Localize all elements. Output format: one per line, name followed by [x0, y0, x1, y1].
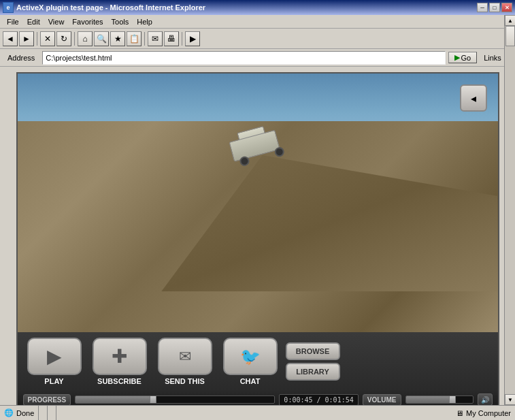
library-label: LIBRARY — [296, 368, 329, 376]
browse-button[interactable]: BROWSE — [286, 342, 340, 360]
subscribe-label: SUBSCRIBE — [97, 377, 142, 385]
menu-tools[interactable]: Tools — [107, 16, 133, 27]
refresh-button[interactable]: ↻ — [56, 31, 71, 46]
home-button[interactable]: ⌂ — [78, 31, 93, 46]
media-button[interactable]: ▶ — [185, 31, 200, 46]
video-area: ◂ — [18, 74, 498, 332]
ie-icon: e — [3, 2, 14, 13]
scroll-bar: ▲ ▼ — [504, 15, 515, 405]
subscribe-button[interactable]: ✚ SUBSCRIBE — [90, 338, 150, 385]
toolbar-sep-1 — [37, 32, 37, 46]
progress-fill — [76, 396, 153, 403]
progress-track[interactable] — [75, 395, 275, 404]
menu-favorites[interactable]: Favorites — [68, 16, 107, 27]
scroll-track[interactable] — [505, 26, 515, 394]
go-button[interactable]: ▶ Go — [448, 52, 478, 63]
play-button[interactable]: ▶ PLAY — [24, 338, 84, 385]
computer-icon: 🖥 — [456, 409, 463, 417]
maximize-button[interactable]: □ — [489, 3, 500, 12]
title-bar: e ActiveX plugin test page - Microsoft I… — [0, 0, 515, 15]
scroll-thumb[interactable] — [505, 26, 515, 46]
minimize-button[interactable]: ─ — [477, 3, 488, 12]
menu-edit[interactable]: Edit — [23, 16, 44, 27]
status-text: Done — [16, 409, 34, 417]
forward-button[interactable]: ► — [19, 31, 34, 46]
play-label: PLAY — [44, 377, 63, 385]
envelope-icon: ✉ — [179, 348, 191, 366]
search-button[interactable]: 🔍 — [94, 31, 109, 46]
progress-label: PROGRESS — [23, 394, 71, 406]
browse-label: BROWSE — [296, 347, 330, 355]
status-panel-2 — [39, 406, 48, 420]
send-this-label: SEND THIS — [165, 377, 205, 385]
snapshot-button[interactable]: ◂ — [460, 84, 487, 112]
links-label: Links — [480, 54, 505, 62]
scroll-down-button[interactable]: ▼ — [505, 394, 515, 405]
main-content: ◂ ▶ PLAY ✚ SUBSCRIBE — [0, 67, 515, 415]
side-buttons: BROWSE LIBRARY — [286, 342, 340, 381]
subscribe-icon-box: ✚ — [93, 338, 147, 375]
title-bar-left: e ActiveX plugin test page - Microsoft I… — [3, 2, 205, 13]
plus-icon: ✚ — [112, 347, 127, 366]
status-bar: 🌐 Done 🖥 My Computer — [0, 405, 515, 420]
play-triangle-icon: ▶ — [47, 345, 62, 368]
speaker-icon: 🔊 — [481, 396, 489, 404]
volume-label: VOLUME — [363, 394, 401, 406]
send-this-button[interactable]: ✉ SEND THIS — [155, 338, 215, 385]
close-button[interactable]: ✕ — [501, 3, 512, 12]
vehicle-body — [229, 130, 280, 162]
menu-file[interactable]: File — [3, 16, 23, 27]
window-title: ActiveX plugin test page - Microsoft Int… — [16, 3, 205, 12]
status-computer-panel: 🖥 My Computer — [452, 406, 515, 420]
speaker-button[interactable]: 🔊 — [478, 393, 493, 406]
video-player: ◂ ▶ PLAY ✚ SUBSCRIBE — [16, 72, 499, 410]
go-arrow-icon: ▶ — [454, 53, 460, 62]
toolbar-sep-4 — [182, 32, 182, 46]
toolbar-sep-3 — [144, 32, 145, 46]
volume-thumb[interactable] — [449, 395, 456, 404]
send-this-icon-box: ✉ — [158, 338, 212, 375]
address-label: Address — [3, 53, 39, 63]
chat-bird-icon: 🐦 — [240, 347, 261, 366]
snapshot-icon: ◂ — [471, 92, 476, 105]
status-globe-icon: 🌐 — [4, 408, 14, 417]
go-label: Go — [461, 54, 471, 62]
volume-fill — [406, 396, 453, 403]
history-button[interactable]: 📋 — [127, 31, 142, 46]
library-button[interactable]: LIBRARY — [286, 363, 340, 381]
time-display: 0:00:45 / 0:01:54 — [279, 394, 358, 406]
computer-text: My Computer — [466, 409, 511, 417]
favorites-button[interactable]: ★ — [110, 31, 125, 46]
play-icon-box: ▶ — [27, 338, 82, 375]
toolbar-sep-2 — [74, 32, 75, 46]
toolbar: ◄ ► ✕ ↻ ⌂ 🔍 ★ 📋 ✉ 🖶 ▶ — [0, 29, 515, 49]
chat-icon-box: 🐦 — [223, 338, 278, 375]
progress-thumb[interactable] — [150, 395, 156, 404]
scroll-up-button[interactable]: ▲ — [505, 15, 515, 26]
back-button[interactable]: ◄ — [3, 31, 18, 46]
mail-button[interactable]: ✉ — [148, 31, 163, 46]
chat-label: CHAT — [240, 377, 261, 385]
address-input[interactable] — [42, 51, 445, 65]
print-button[interactable]: 🖶 — [164, 31, 179, 46]
menu-bar: File Edit View Favorites Tools Help — [0, 15, 515, 29]
address-bar: Address ▶ Go Links » — [0, 49, 515, 67]
title-bar-controls: ─ □ ✕ — [477, 3, 512, 12]
controls-bar: ▶ PLAY ✚ SUBSCRIBE ✉ SEND THIS — [18, 332, 498, 391]
chat-button[interactable]: 🐦 CHAT — [220, 338, 280, 385]
ie-window: e ActiveX plugin test page - Microsoft I… — [0, 0, 515, 420]
stop-button[interactable]: ✕ — [40, 31, 55, 46]
menu-view[interactable]: View — [44, 16, 69, 27]
volume-track[interactable] — [405, 395, 474, 404]
menu-help[interactable]: Help — [133, 16, 156, 27]
status-done-panel: 🌐 Done — [0, 406, 39, 420]
status-panel-3 — [48, 406, 56, 420]
